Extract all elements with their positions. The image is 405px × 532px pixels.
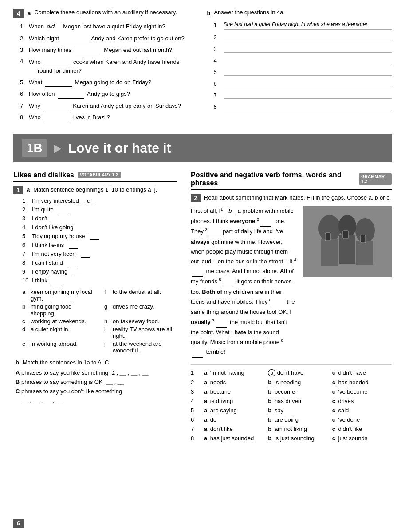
q7-num: 7 [20,102,27,109]
ex1-header: 1 a Match sentence beginnings 1–10 to en… [13,186,177,194]
a2-line[interactable] [224,33,392,41]
passage-image [303,206,392,277]
col-right: Positive and negative verb forms, words … [191,171,392,444]
choice-row-2: 2 a needs b is needing c has needed [191,379,392,386]
section4-header: 4 a Complete these questions with an aux… [13,9,198,18]
gap2[interactable] [260,216,271,227]
ending-a: a keen on joining my local gym. [22,289,95,302]
gap7[interactable] [216,317,227,328]
q5-num: 5 [20,79,27,86]
choice-row-1: 1 a 'm not having b don't have c didn't … [191,369,392,376]
section4b-header: b Answer the questions in 4a. [207,9,392,16]
gap6[interactable] [273,297,284,307]
gap1[interactable]: b [226,206,235,216]
s4-blank[interactable] [79,224,88,231]
match-b-B-blanks[interactable]: __ , __ [106,379,124,385]
answer-6: 6 [214,79,392,87]
q4-text: Who cooks when Karen and Andy have frien… [29,58,179,75]
ending-g: g drives me crazy. [104,303,177,317]
gap3[interactable] [209,227,220,237]
s7-blank[interactable] [81,250,90,258]
a1-line[interactable]: She last had a quiet Friday night in whe… [224,21,392,30]
a4-line[interactable] [224,56,392,64]
q1-blank[interactable]: did [47,22,60,31]
q3-blank[interactable] [75,46,101,55]
svg-rect-6 [339,235,355,264]
match-b-C-blanks[interactable]: __ , __ , __ , __ [22,397,177,404]
q5-blank[interactable] [45,78,72,87]
grammar-title: Positive and negative verb forms, words … [191,171,355,187]
q4-blank[interactable] [43,58,70,67]
q8-text: Who lives in Brazil? [29,113,110,122]
ex1a-label: a [27,186,30,193]
answer-8: 8 [214,102,392,110]
ending-d: d a quiet night in. [22,326,95,339]
s8-blank[interactable] [68,259,77,266]
banner-code: 1B [22,139,47,157]
answer-2: 2 [214,33,392,41]
a6-line[interactable] [224,79,392,87]
svg-rect-7 [325,233,330,241]
ex1a-instruction: Match sentence beginnings 1–10 to ending… [33,186,157,193]
choice-row-8: 8 a has just sounded b is just sounding … [191,435,392,442]
a7-line[interactable] [224,91,392,99]
sentence-list: 1 I'm very interested e 2 I'm quite 3 I … [22,197,177,284]
choice-row-6: 6 a do b are doing c 've done [191,416,392,423]
q6-blank[interactable] [58,90,84,99]
ending-f: f to the dentist at all. [104,289,177,302]
gap8[interactable] [192,347,203,357]
s3: 3 I don't [22,215,177,222]
q6-text: How often Andy go to gigs? [29,90,130,99]
match-b-A: A phrases to say you like something 1 , … [16,369,177,376]
reading-passage: First of all, I1 b a problem with mobile… [191,206,392,358]
a3-line[interactable] [224,45,392,53]
a5-line[interactable] [224,68,392,76]
banner-title: Love it or hate it [68,141,171,156]
match-b-A-blanks[interactable]: 1 , __ , __ , __ [112,369,149,376]
s9-blank[interactable] [73,268,82,275]
choice-row-7: 7 a don't like b am not liking c didn't … [191,426,392,432]
answer-3: 3 [214,45,392,53]
answer-lines: 1 She last had a quiet Friday night in w… [214,21,392,110]
answer-1: 1 She last had a quiet Friday night in w… [214,21,392,30]
q7-blank[interactable] [43,102,70,111]
choices-table: 1 a 'm not having b don't have c didn't … [191,364,392,442]
ex2-instruction: Read about something that Mark hates. Fi… [204,194,391,201]
s10: 10 I think [22,277,177,284]
section4-right: b Answer the questions in 4a. 1 She last… [207,9,392,125]
svg-rect-4 [356,241,373,265]
s9: 9 I enjoy having [22,268,177,275]
s5-blank[interactable] [90,233,99,240]
ending-b: b mind going food shopping. [22,303,95,317]
ending-c: c working at weekends. [22,318,95,325]
section4b-label: b [207,10,211,16]
s2-blank[interactable] [59,206,68,213]
ending-i: i reality TV shows are all right. [104,326,177,339]
col-left: Likes and dislikes VOCABULARY 1.2 1 a Ma… [13,171,177,444]
ending-e: e in working abroad. [22,340,95,354]
a3-num: 3 [214,45,221,52]
match-b-C: C phrases to say you don't like somethin… [16,388,177,395]
s2: 2 I'm quite [22,206,177,213]
a8-line[interactable] [224,102,392,110]
s1-blank[interactable]: e [84,197,93,204]
a4-num: 4 [214,56,221,64]
s3-blank[interactable] [53,215,62,222]
question-5: 5 What Megan going to do on Friday? [20,78,198,87]
q2-blank[interactable] [62,34,89,43]
vocab-title: Likes and dislikes [13,171,74,179]
q3-num: 3 [20,47,27,53]
s10-blank[interactable] [53,277,62,284]
gap4[interactable] [192,266,203,277]
q1-num: 1 [20,23,27,30]
page-number: 6 [13,519,24,528]
gap5[interactable] [223,277,234,287]
ex1b-label: b [16,359,19,366]
ending-e-text: in working abroad. [31,340,78,347]
s6: 6 I think lie-ins [22,242,177,249]
circled-b1[interactable]: b [268,369,275,376]
q8-blank[interactable] [43,113,70,122]
q8-num: 8 [20,114,27,121]
a5-num: 5 [214,68,221,75]
s6-blank[interactable] [69,242,78,249]
